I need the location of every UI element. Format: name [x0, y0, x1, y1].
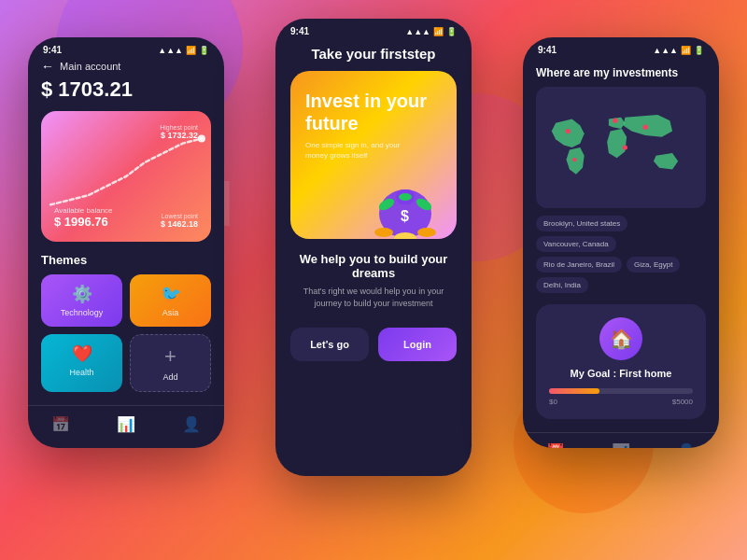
phone2-content: Take your firststep Invest in your futur… — [275, 40, 472, 376]
chart-available: Available balance $ 1996.76 — [54, 206, 113, 229]
theme-technology[interactable]: ⚙️ Technology — [41, 274, 122, 327]
phone-3: 9:41 ▲▲▲ 📶 🔋 Where are my investments — [523, 37, 719, 448]
svg-point-14 — [572, 158, 576, 161]
location-vancouver: Vancouver, Canada — [536, 236, 616, 252]
map-container — [536, 87, 706, 208]
svg-point-10 — [566, 129, 571, 133]
wifi-icon-2: 📶 — [433, 27, 444, 36]
battery-icon-2: 🔋 — [446, 27, 457, 36]
signal-icon-1: ▲▲▲ — [158, 46, 183, 55]
status-icons-3: ▲▲▲ 📶 🔋 — [653, 46, 704, 55]
svg-point-12 — [623, 145, 627, 149]
back-header: ← Main account — [41, 59, 211, 74]
wifi-icon-1: 📶 — [186, 46, 196, 55]
status-bar-3: 9:41 ▲▲▲ 📶 🔋 — [523, 37, 719, 59]
status-icons-2: ▲▲▲ 📶 🔋 — [405, 27, 457, 36]
svg-point-13 — [643, 125, 648, 130]
signal-icon-3: ▲▲▲ — [653, 46, 678, 55]
nav-chart-icon-3[interactable]: 📊 — [612, 442, 630, 448]
time-2: 9:41 — [290, 26, 309, 36]
phones-container: 9:41 ▲▲▲ 📶 🔋 ← Main account $ 1703.21 A — [28, 37, 719, 476]
map-title: Where are my investments — [536, 66, 706, 79]
theme-asia[interactable]: 🐦 Asia — [130, 274, 211, 327]
progress-bar-fill — [549, 388, 599, 394]
balance-amount: $ 1703.21 — [41, 77, 211, 102]
highest-value: $ 1732.32 — [160, 131, 198, 140]
progress-bar-container — [549, 388, 693, 394]
chart-highest: Highest point $ 1732.32 — [160, 124, 198, 140]
location-giza: Giza, Egypt — [627, 257, 680, 273]
phone3-content: Where are my investments — [523, 66, 719, 432]
theme-add[interactable]: + Add — [130, 334, 211, 392]
phone-2: 9:41 ▲▲▲ 📶 🔋 Take your firststep Invest … — [275, 19, 472, 476]
asia-icon: 🐦 — [161, 284, 181, 304]
phone1-content: ← Main account $ 1703.21 Available balan… — [28, 59, 224, 405]
svg-point-8 — [399, 193, 412, 201]
nav-chart-icon[interactable]: 📊 — [117, 415, 135, 433]
location-tags: Brooklyn, United states Vancouver, Canad… — [536, 216, 706, 293]
back-arrow-icon[interactable]: ← — [41, 59, 54, 74]
location-rio: Rio de Janeiro, Brazil — [536, 257, 622, 273]
goal-title: My Goal : First home — [549, 368, 693, 379]
progress-labels: $0 $5000 — [549, 398, 693, 406]
available-value: $ 1996.76 — [54, 215, 113, 229]
nav-calendar-icon-3[interactable]: 📅 — [546, 442, 565, 448]
location-brooklyn: Brooklyn, United states — [536, 216, 627, 231]
chart-lowest: Lowest point $ 1462.18 — [161, 213, 198, 229]
themes-title: Themes — [41, 253, 211, 267]
nav-profile-icon[interactable]: 👤 — [182, 415, 201, 433]
lowest-label: Lowest point — [161, 213, 198, 219]
health-icon: ❤️ — [72, 343, 92, 364]
location-delhi: Delhi, India — [536, 277, 588, 293]
nav-profile-icon-3[interactable]: 👤 — [677, 442, 696, 448]
time-3: 9:41 — [538, 45, 557, 55]
battery-icon-3: 🔋 — [694, 46, 704, 55]
svg-point-11 — [613, 119, 617, 123]
nav-calendar-icon[interactable]: 📅 — [51, 415, 70, 433]
svg-point-4 — [417, 228, 436, 237]
chart-card: Available balance $ 1996.76 Highest poin… — [41, 111, 211, 242]
status-bar-2: 9:41 ▲▲▲ 📶 🔋 — [275, 19, 472, 40]
onboarding-header: Take your firststep — [290, 40, 457, 71]
dreams-title: We help you to build your dreams — [290, 252, 457, 280]
themes-grid: ⚙️ Technology 🐦 Asia ❤️ Health + Add — [41, 274, 211, 392]
time-1: 9:41 — [43, 45, 62, 55]
theme-health[interactable]: ❤️ Health — [41, 334, 122, 392]
bottom-nav-1: 📅 📊 👤 — [28, 405, 224, 441]
lowest-value: $ 1462.18 — [161, 219, 198, 229]
health-name: Health — [69, 368, 93, 377]
invest-title: Invest in your future — [305, 90, 442, 134]
add-icon: + — [164, 344, 176, 369]
tech-icon: ⚙️ — [72, 284, 92, 304]
progress-end: $5000 — [672, 398, 693, 406]
phone2-buttons: Let's go Login — [290, 328, 457, 361]
bottom-nav-3: 📅 📊 👤 — [523, 432, 719, 448]
dreams-subtitle: That's right we would help you in your j… — [290, 286, 457, 309]
invest-card: Invest in your future One simple sign in… — [290, 71, 457, 239]
phone-1: 9:41 ▲▲▲ 📶 🔋 ← Main account $ 1703.21 A — [28, 37, 224, 448]
wifi-icon-3: 📶 — [681, 46, 691, 55]
battery-icon-1: 🔋 — [199, 46, 209, 55]
tech-name: Technology — [61, 308, 104, 317]
asia-name: Asia — [162, 308, 179, 317]
available-label: Available balance — [54, 206, 113, 215]
status-bar-1: 9:41 ▲▲▲ 📶 🔋 — [28, 37, 224, 59]
login-button[interactable]: Login — [378, 328, 457, 361]
goal-icon: 🏠 — [599, 317, 642, 360]
invest-illustration: $ — [363, 150, 447, 239]
goal-card: 🏠 My Goal : First home $0 $5000 — [536, 304, 706, 419]
letsgo-button[interactable]: Let's go — [290, 328, 369, 361]
status-icons-1: ▲▲▲ 📶 🔋 — [158, 46, 209, 55]
svg-point-0 — [198, 135, 205, 143]
signal-icon-2: ▲▲▲ — [405, 27, 430, 36]
dreams-section: We help you to build your dreams That's … — [290, 252, 457, 309]
progress-start: $0 — [549, 398, 557, 406]
svg-point-3 — [374, 228, 393, 237]
highest-label: Highest point — [160, 124, 198, 131]
account-label: Main account — [60, 61, 120, 72]
add-name: Add — [162, 372, 177, 382]
svg-text:$: $ — [401, 208, 409, 224]
